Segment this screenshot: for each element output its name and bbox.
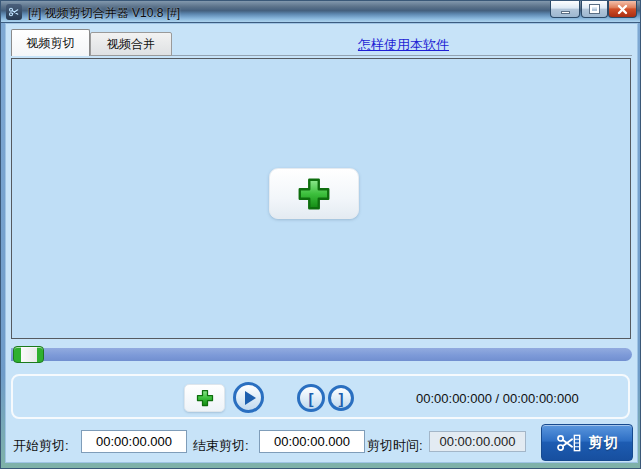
- app-scissors-icon: [6, 4, 22, 20]
- close-icon: [617, 4, 628, 15]
- tab-video-cut[interactable]: 视频剪切: [11, 29, 90, 56]
- end-cut-input[interactable]: [259, 430, 365, 453]
- play-button[interactable]: [233, 382, 264, 413]
- start-cut-label: 开始剪切:: [13, 437, 69, 455]
- cut-button[interactable]: 剪切: [541, 424, 633, 461]
- app-window: [#] 视频剪切合并器 V10.8 [#] 视频剪切 视频合并 怎样使用本软件: [0, 0, 641, 469]
- help-link[interactable]: 怎样使用本软件: [358, 36, 449, 54]
- scissors-film-icon: [556, 430, 582, 456]
- maximize-icon: [590, 5, 599, 13]
- tab-video-merge[interactable]: 视频合并: [90, 32, 172, 56]
- cut-button-label: 剪切: [589, 434, 619, 452]
- green-plus-icon: [195, 388, 215, 408]
- minimize-icon: [561, 11, 570, 14]
- green-plus-icon: [295, 175, 333, 213]
- time-display: 00:00:00:000 / 00:00:00:000: [416, 391, 579, 406]
- window-title: [#] 视频剪切合并器 V10.8 [#]: [28, 5, 180, 22]
- seek-slider-handle[interactable]: [13, 346, 44, 363]
- add-video-button[interactable]: [269, 168, 359, 219]
- minimize-button[interactable]: [550, 1, 580, 18]
- close-button[interactable]: [608, 1, 637, 18]
- add-file-button[interactable]: [184, 384, 225, 412]
- bracket-open-icon: [: [309, 391, 314, 406]
- seek-slider-track[interactable]: [11, 348, 632, 361]
- cut-duration-value: 00:00:00.000: [429, 431, 526, 452]
- maximize-button[interactable]: [581, 1, 608, 18]
- cut-duration-label: 剪切时间:: [367, 437, 423, 455]
- bracket-close-icon: ]: [339, 391, 344, 406]
- title-bar[interactable]: [#] 视频剪切合并器 V10.8 [#]: [1, 1, 641, 23]
- video-preview-panel: [11, 58, 631, 339]
- start-cut-input[interactable]: [81, 430, 187, 453]
- set-start-button[interactable]: [: [297, 384, 325, 412]
- set-end-button[interactable]: ]: [328, 385, 354, 411]
- end-cut-label: 结束剪切:: [193, 437, 249, 455]
- play-icon: [245, 391, 256, 405]
